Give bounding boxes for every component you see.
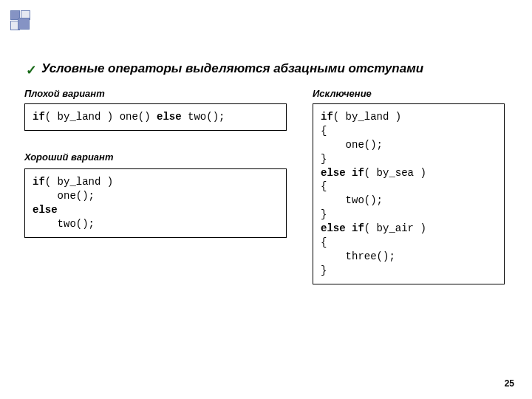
code-line: { [321, 180, 327, 192]
code-text: ( by_sea ) [364, 167, 426, 179]
code-box-good: if( by_land ) one(); else two(); [24, 168, 287, 238]
keyword-if: if [33, 176, 45, 188]
keyword-if: if [33, 111, 45, 123]
page-number: 25 [505, 378, 514, 389]
code-line: } [321, 208, 327, 220]
keyword-else-if: else if [321, 222, 364, 234]
code-line: } [321, 265, 327, 276]
keyword-else: else [33, 204, 58, 216]
code-line: { [321, 125, 327, 137]
code-text: two(); [182, 111, 225, 123]
keyword-else: else [157, 111, 182, 123]
code-line: two(); [321, 194, 383, 206]
keyword-else-if: else if [321, 167, 364, 179]
code-line: one(); [33, 190, 95, 202]
label-exception: Исключение [313, 88, 372, 99]
code-box-bad: if( by_land ) one() else two(); [24, 103, 287, 131]
code-line: one(); [321, 139, 383, 151]
label-bad-variant: Плохой вариант [24, 88, 105, 99]
keyword-if: if [321, 111, 333, 123]
code-line: { [321, 236, 327, 248]
code-line: two(); [33, 218, 95, 230]
label-good-variant: Хороший вариант [24, 151, 114, 163]
slide-heading: Условные операторы выделяются абзацными … [41, 61, 423, 76]
code-text: ( by_land ) one() [45, 111, 157, 123]
code-text: ( by_land ) [333, 111, 401, 123]
code-text: ( by_land ) [45, 176, 113, 188]
code-line: } [321, 153, 327, 165]
code-text: ( by_air ) [364, 222, 426, 234]
code-box-exception: if( by_land ) { one(); } else if( by_sea… [313, 103, 505, 284]
code-line: three(); [321, 250, 395, 262]
check-icon: ✓ [26, 62, 37, 78]
